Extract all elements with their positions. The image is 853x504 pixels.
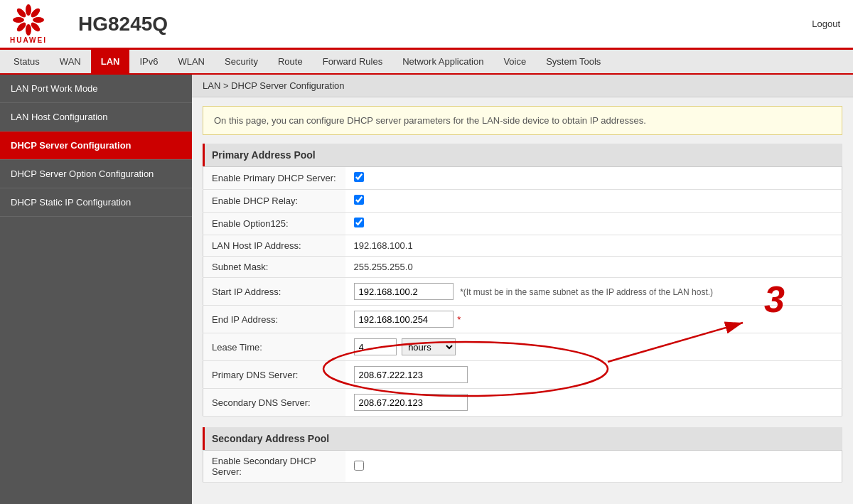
nav-lan[interactable]: LAN [91,49,130,74]
nav-forward-rules[interactable]: Forward Rules [313,49,393,74]
button-row: Apply Cancel [203,493,842,504]
top-nav: Status WAN LAN IPv6 WLAN Security Route … [0,50,853,75]
sidebar-item-dhcp-server-configuration[interactable]: DHCP Server Configuration [0,132,192,160]
field-label-enable-relay: Enable DHCP Relay: [203,190,345,213]
main-layout: LAN Port Work Mode LAN Host Configuratio… [0,75,853,504]
device-title: HG8245Q [64,13,806,36]
content-area: Primary Address Pool Enable Primary DHCP… [192,144,853,504]
svg-point-0 [26,4,31,16]
svg-point-6 [13,17,24,23]
field-label-lease-time: Lease Time: [203,333,345,361]
nav-voice[interactable]: Voice [493,49,536,74]
brand-name: HUAWEI [10,36,47,44]
sidebar-item-lan-port-work-mode[interactable]: LAN Port Work Mode [0,75,192,103]
field-label-primary-dns: Primary DNS Server: [203,361,345,389]
sidebar: LAN Port Work Mode LAN Host Configuratio… [0,75,192,504]
svg-point-1 [29,6,41,18]
lease-time-input[interactable] [354,338,397,355]
enable-primary-dhcp-checkbox[interactable] [354,172,364,182]
primary-pool-table: Enable Primary DHCP Server: Enable DHCP … [203,166,842,417]
svg-point-4 [26,24,31,36]
nav-ipv6[interactable]: IPv6 [129,49,168,74]
page-header: HUAWEI HG8245Q Logout [0,0,853,50]
table-row: Subnet Mask: 255.255.255.0 [203,257,842,278]
secondary-pool-table: Enable Secondary DHCPServer: [203,450,842,483]
secondary-pool-title: Secondary Address Pool [203,427,842,450]
nav-system-tools[interactable]: System Tools [536,49,611,74]
field-label-start-ip: Start IP Address: [203,278,345,306]
svg-point-7 [16,6,28,18]
nav-route[interactable]: Route [268,49,313,74]
breadcrumb: LAN > DHCP Server Configuration [192,75,853,97]
start-ip-hint: *(It must be in the same subnet as the I… [460,287,713,297]
info-box: On this page, you can configure DHCP ser… [203,106,842,135]
field-label-secondary-dns: Secondary DNS Server: [203,389,345,417]
table-row: Start IP Address: *(It must be in the sa… [203,278,842,306]
table-row: Enable Primary DHCP Server: [203,167,842,190]
table-row: Lease Time: hours minutes [203,333,842,361]
primary-dns-input[interactable] [354,366,468,383]
nav-status[interactable]: Status [4,49,50,74]
start-ip-input[interactable] [354,283,454,300]
sidebar-item-dhcp-server-option-configuration[interactable]: DHCP Server Option Configuration [0,160,192,188]
nav-wlan[interactable]: WLAN [168,49,215,74]
svg-point-3 [29,21,41,33]
table-row: Enable Option125: [203,213,842,235]
lease-time-unit-select[interactable]: hours minutes [402,338,456,355]
secondary-dns-input[interactable] [354,394,468,411]
enable-secondary-dhcp-checkbox[interactable] [354,461,364,471]
field-label-subnet-mask: Subnet Mask: [203,257,345,278]
svg-point-2 [33,17,44,23]
table-row: LAN Host IP Address: 192.168.100.1 [203,235,842,257]
table-row: End IP Address: * [203,306,842,333]
main-content: LAN > DHCP Server Configuration On this … [192,75,853,504]
logo-area: HUAWEI [7,4,50,44]
subnet-mask-value: 255.255.255.0 [345,257,842,278]
primary-dns-row: Primary DNS Server: [203,361,842,389]
field-label-end-ip: End IP Address: [203,306,345,333]
end-ip-input[interactable] [354,311,454,328]
table-row: Enable Secondary DHCPServer: [203,451,842,483]
lan-host-ip-value: 192.168.100.1 [345,235,842,257]
field-label-enable-primary: Enable Primary DHCP Server: [203,167,345,190]
secondary-dns-row: Secondary DNS Server: [203,389,842,417]
sidebar-item-dhcp-static-ip-configuration[interactable]: DHCP Static IP Configuration [0,188,192,217]
huawei-logo [7,4,50,36]
svg-point-5 [16,21,28,33]
end-ip-required: * [457,314,461,325]
field-label-enable-option125: Enable Option125: [203,213,345,235]
nav-security[interactable]: Security [215,49,268,74]
primary-pool-title: Primary Address Pool [203,144,842,166]
enable-option125-checkbox[interactable] [354,218,364,227]
field-label-enable-secondary: Enable Secondary DHCPServer: [203,451,345,483]
sidebar-item-lan-host-configuration[interactable]: LAN Host Configuration [0,103,192,132]
enable-dhcp-relay-checkbox[interactable] [354,195,364,205]
field-label-lan-host-ip: LAN Host IP Address: [203,235,345,257]
logout-button[interactable]: Logout [806,16,846,32]
nav-wan[interactable]: WAN [50,49,91,74]
nav-network-application[interactable]: Network Application [392,49,493,74]
table-row: Enable DHCP Relay: [203,190,842,213]
primary-pool-form: Enable Primary DHCP Server: Enable DHCP … [203,166,842,417]
